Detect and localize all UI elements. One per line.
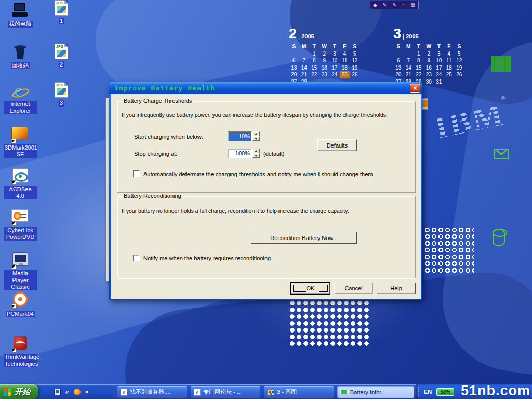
spin-down-button[interactable] [252,136,260,141]
start-button[interactable]: 开始 [0,384,38,399]
defaults-button[interactable]: Defaults [317,139,357,151]
pen-icon[interactable]: ✎ [382,3,387,8]
desktop-icon-acdsee[interactable]: ACDSee 4.0 [4,167,37,200]
task-button-forum[interactable]: e 专门网论坛 - ... [191,386,260,398]
desktop-icon-media-player-classic[interactable]: Media Player Classic [4,251,37,291]
desktop-icon-recycle-bin[interactable]: 回收站 [4,44,37,70]
calendar-day: 8 [309,57,320,64]
media-player-quicklaunch-icon[interactable] [74,389,81,395]
jpg-file-icon: JPG [55,82,68,98]
ie-quicklaunch-icon[interactable]: e [65,388,69,396]
pen-icon[interactable]: ✎ [392,3,396,8]
calendar-day: 19 [454,64,464,72]
jpg-thumbnail [57,50,66,57]
desktop-icon-pcmark04[interactable]: PCMark04 [4,291,37,318]
desktop-icon-my-computer[interactable]: 我的电脑 [4,2,37,28]
shortcut-arrow-icon [11,221,16,226]
task-button-paint[interactable]: 3 - 画图 [264,386,334,398]
calendar-day: 17 [434,64,444,72]
calendar-day [444,78,455,86]
default-note: (default) [263,151,284,157]
calendar-day: 7 [299,57,310,64]
task-button-battery-information[interactable]: Battery Infor... [337,386,414,398]
dialog-body: Battery Charge Thresholds If you infrequ… [111,94,421,299]
spin-down-button[interactable] [252,153,260,158]
calendar-day: 2 [320,50,330,58]
grid-icon[interactable]: ▦ [410,3,415,8]
close-button[interactable]: × [410,84,420,93]
ok-button[interactable]: OK [291,283,330,294]
checkbox-box[interactable] [133,255,140,261]
desktop-file-jpg-2[interactable]: JPG 2 [51,44,71,69]
recondition-battery-now-button[interactable]: Recondition Battery Now... [251,232,357,244]
media-player-classic-icon [11,252,29,269]
desktop-icon-internet-explorer[interactable]: e Internet Explorer [4,83,37,115]
desktop-icon-3dmark2001[interactable]: 3DMark2001 SE [4,125,37,158]
calendar-day: 10 [329,57,340,64]
calendar-separator: | [298,33,300,40]
checkbox-box[interactable] [133,170,140,177]
calendar-weekday: T [309,43,320,50]
stop-threshold-value[interactable]: 100% [228,149,252,158]
desktop-file-jpg-3[interactable]: JPG 3 [51,82,71,107]
calendar-day: 1 [309,50,320,58]
calendar-day: 18 [444,64,455,72]
icon-label: 我的电脑 [8,21,33,28]
language-indicator[interactable]: EN [424,389,432,395]
calendar-day: 22 [309,71,320,78]
calendar-day: 18 [340,64,350,72]
taskbar: 开始 e » e 找不到服务器,... e 专门网论坛 - ... 3 - 画图… [0,384,532,399]
stop-threshold-spinner[interactable]: 100% [228,149,260,158]
checkbox-label: Notify me when the battery requires reco… [143,255,271,261]
calendar-day: 7 [404,57,414,64]
calendar-day: 22 [414,71,424,78]
calendar-day [393,50,404,58]
shortcut-arrow-icon [11,139,16,143]
calendar-weekday: T [329,43,340,50]
ie-page-icon: e [121,389,127,396]
desktop-icon-powerdvd[interactable]: CyberLink PowerDVD [4,208,37,241]
desktop-icon-thinkvantage[interactable]: ThinkVantage Technologies [4,335,37,368]
task-button-label: Battery Infor... [350,389,385,395]
desktop-file-jpg-1[interactable]: JPG 1 [51,0,71,25]
quick-launch-bar: e » [51,384,112,399]
start-charging-label: Start charging when below: [134,134,203,140]
battery-charge-thresholds-group: Battery Charge Thresholds If you infrequ… [117,101,416,193]
calendar-day: 6 [393,57,404,64]
calendar-year: 2005 [301,33,314,39]
dialog-titlebar[interactable]: Improve Battery Health × [109,82,422,94]
calendar-weekday: F [340,43,350,50]
calendar-day: 13 [289,64,299,72]
menu-icon[interactable]: ≡ [402,3,405,8]
calendar-day: 11 [444,57,455,64]
help-button[interactable]: Help [377,283,416,294]
spin-up-button[interactable] [252,131,260,136]
calendar-grid: SMTWTFS123456789101112131415161718192021… [289,43,360,85]
cancel-button[interactable]: Cancel [334,283,373,294]
calendar-day: 3 [434,50,444,58]
calendar-day: 30 [424,78,434,86]
thresholds-description: If you infrequently use battery power, y… [122,112,388,118]
calendar-day: 26 [454,71,464,78]
calendar-day: 15 [414,64,424,72]
show-desktop-icon[interactable] [54,389,61,395]
start-threshold-spinner[interactable]: 10% [228,131,260,141]
shortcut-arrow-icon [11,264,16,269]
icon-label: PCMark04 [6,311,35,317]
calendar-day: 23 [424,71,434,78]
start-threshold-value[interactable]: 10% [228,131,252,141]
spin-up-button[interactable] [252,149,260,153]
calendar-day: 21 [404,71,414,78]
marker-icon[interactable]: ◆ [373,3,377,8]
notify-reconditioning-checkbox[interactable]: Notify me when the battery requires reco… [133,255,271,261]
taskbar-separator [114,386,115,397]
auto-determine-checkbox[interactable]: Automatically determine the charging thr… [133,170,373,177]
group-legend: Battery Reconditioning [122,193,183,200]
shortcut-arrow-icon [11,348,16,353]
task-button-server-not-found[interactable]: e 找不到服务器,... [117,386,187,398]
quick-launch-overflow-chevron[interactable]: » [85,388,89,395]
calendar-day: 23 [320,71,330,78]
group-legend: Battery Charge Thresholds [122,98,194,104]
battery-percentage-indicator[interactable]: 58% [436,388,454,396]
task-button-label: 3 - 画图 [277,388,297,396]
